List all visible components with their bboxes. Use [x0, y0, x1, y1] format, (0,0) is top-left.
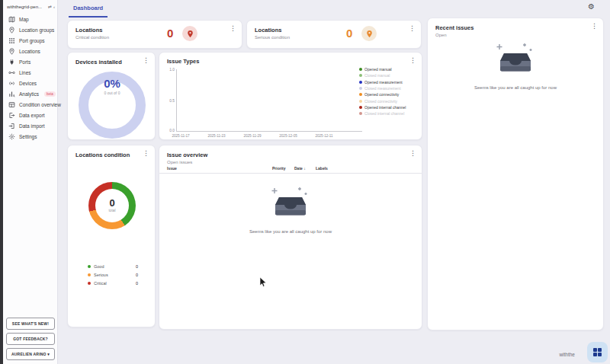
sidebar-item-label: Ports [19, 59, 30, 65]
legend-label: Closed measurement [364, 86, 401, 91]
card-subtitle: Open [435, 33, 474, 37]
sidebar-item-devices[interactable]: Devices [3, 78, 57, 88]
recent-issues-card: Recent issues Open ⋮ Seems like you are … [427, 18, 604, 330]
condition-legend-item[interactable]: Serious0 [88, 270, 138, 279]
card-header: Issue Types [167, 58, 199, 65]
empty-message: Seems like you are all caught up for now [159, 229, 422, 234]
y-tick: 0.0 [169, 129, 175, 133]
empty-inbox-icon [267, 185, 314, 222]
help-widget-button[interactable] [587, 342, 608, 362]
issue-overview-card: Issue overview Open issues ⋮ Issue Prior… [159, 145, 422, 330]
legend-label: Opened manual [364, 67, 392, 72]
column-header-date[interactable]: Date ↓ [294, 166, 306, 171]
legend-dot [359, 100, 362, 103]
sidebar-item-condition-overview[interactable]: Condition overview [3, 99, 57, 110]
issue-types-card: Issue Types ⋮ 1.0 0.5 0.0 2025-11-17 202… [159, 52, 422, 140]
legend-dot [88, 273, 91, 276]
y-tick: 0.5 [169, 99, 175, 103]
ports-icon [8, 59, 15, 65]
card-title: Locations [255, 27, 290, 34]
sidebar-item-label: Condition overview [19, 102, 61, 107]
table-header-row: Issue Priority Date ↓ Labels [159, 166, 422, 174]
sidebar-item-map[interactable]: Map [3, 14, 57, 24]
locations-pin-icon [8, 48, 15, 55]
column-header-issue[interactable]: Issue [167, 166, 177, 171]
legend-item[interactable]: Closed internal channel [359, 110, 416, 117]
sidebar-item-location-groups[interactable]: Location groups [3, 24, 57, 35]
beta-badge: beta [44, 91, 56, 97]
sidebar-item-label: Location groups [19, 27, 54, 33]
sidebar: withthegrid-pen... ⇄ ‹ Map Location grou… [3, 0, 58, 364]
sidebar-item-lines[interactable]: Lines [3, 67, 57, 78]
kebab-menu-icon[interactable]: ⋮ [409, 57, 416, 64]
tab-dashboard[interactable]: Dashboard [69, 5, 108, 18]
legend-dot [88, 265, 91, 268]
legend-dot [359, 81, 362, 84]
gear-icon[interactable]: ⚙ [588, 3, 595, 11]
sidebar-collapse-icon[interactable]: ‹ [53, 5, 55, 9]
workspace-header: withthegrid-pen... ⇄ ‹ [3, 0, 57, 12]
legend-value: 0 [136, 281, 138, 286]
kebab-menu-icon[interactable]: ⋮ [409, 150, 416, 157]
sidebar-item-label: Locations [19, 49, 40, 54]
sort-desc-icon: ↓ [303, 166, 306, 171]
stat-value: 0 [167, 27, 173, 40]
location-pin-badge [182, 26, 197, 41]
card-header: Locations condition [75, 152, 130, 158]
legend-dot [359, 68, 362, 71]
sidebar-item-data-import[interactable]: Data import [3, 120, 57, 131]
column-header-priority[interactable]: Priority [272, 166, 286, 171]
kebab-menu-icon[interactable]: ⋮ [230, 25, 236, 32]
kebab-menu-icon[interactable]: ⋮ [409, 25, 416, 32]
legend-item[interactable]: Closed manual [359, 72, 416, 78]
legend-item[interactable]: Opened manual [359, 66, 416, 72]
kebab-menu-icon[interactable]: ⋮ [591, 23, 598, 30]
kebab-menu-icon[interactable]: ⋮ [143, 150, 149, 157]
port-groups-icon [8, 37, 15, 44]
whats-new-button[interactable]: SEE WHAT'S NEW! [6, 318, 55, 330]
sidebar-item-port-groups[interactable]: Port groups [3, 35, 57, 46]
card-header: Recent issues Open [435, 24, 474, 37]
sidebar-item-label: Lines [19, 70, 31, 75]
sidebar-item-analytics[interactable]: Analytics beta [3, 88, 57, 99]
legend-item[interactable]: Closed measurement [359, 85, 416, 91]
condition-legend-item[interactable]: Critical0 [88, 279, 138, 287]
sidebar-item-data-export[interactable]: Data export [3, 110, 57, 120]
sidebar-menu: Map Location groups Port groups Location… [3, 14, 57, 142]
column-label: Date [294, 166, 303, 171]
kebab-menu-icon[interactable]: ⋮ [143, 57, 149, 64]
empty-state: Seems like you are all caught up for now [159, 185, 422, 234]
sidebar-item-locations[interactable]: Locations [3, 46, 57, 56]
y-tick: 1.0 [169, 68, 175, 72]
lines-icon [8, 69, 15, 76]
issue-types-plot: 1.0 0.5 0.0 [176, 69, 362, 132]
legend-item[interactable]: Opened connectivity [359, 91, 416, 97]
dashboard-app: withthegrid-pen... ⇄ ‹ Map Location grou… [0, 0, 610, 364]
sidebar-item-ports[interactable]: Ports [3, 56, 57, 67]
column-header-labels[interactable]: Labels [316, 166, 328, 171]
x-tick: 2025-11-23 [207, 134, 225, 138]
card-title: Devices installed [75, 59, 122, 65]
stat-value: 0 [346, 27, 352, 40]
devices-installed-card: Devices installed ⋮ 0% 0 out of 0 [67, 52, 156, 140]
legend-label: Opened internal channel [364, 105, 406, 110]
legend-item[interactable]: Opened measurement [359, 79, 416, 85]
data-export-icon [8, 112, 15, 119]
map-icon [8, 16, 15, 23]
legend-value: 0 [136, 273, 138, 277]
sidebar-footer: SEE WHAT'S NEW! GOT FEEDBACK? AURELIEN A… [3, 315, 58, 360]
user-menu-button[interactable]: AURELIEN ARINO ▾ [6, 348, 55, 360]
devices-donut-value: 0% [68, 77, 156, 90]
sidebar-item-settings[interactable]: Settings [3, 131, 57, 142]
card-title: Locations condition [75, 152, 130, 158]
condition-legend-item[interactable]: Good0 [88, 262, 138, 270]
devices-donut-center: 0% 0 out of 0 [68, 77, 156, 95]
legend-item[interactable]: Opened internal channel [359, 104, 416, 110]
legend-label: Good [94, 264, 133, 269]
x-tick: 2025-12-11 [315, 134, 332, 138]
settings-icon [8, 133, 15, 140]
legend-item[interactable]: Closed connectivity [359, 97, 416, 104]
workspace-switch-icon[interactable]: ⇄ [48, 5, 52, 9]
feedback-button[interactable]: GOT FEEDBACK? [6, 333, 55, 345]
stat-card: Locations Critical condition 0 ⋮ [67, 20, 242, 49]
